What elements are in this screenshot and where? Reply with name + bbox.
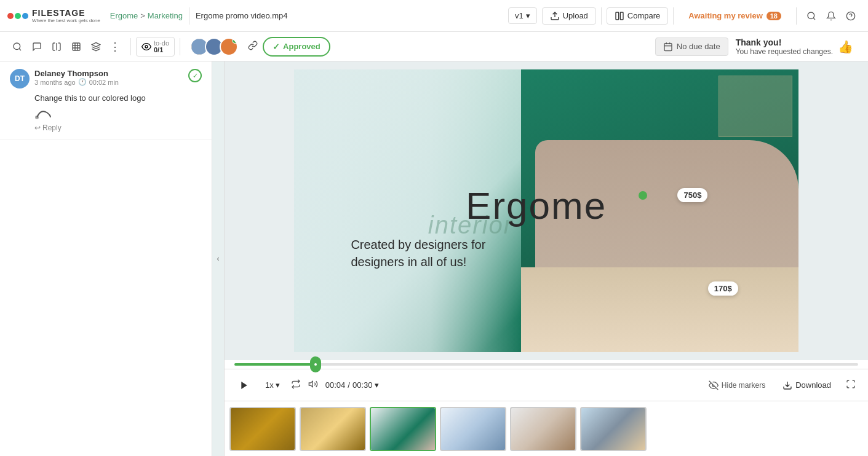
help-button[interactable] — [841, 6, 861, 26]
volume-button[interactable] — [308, 379, 318, 391]
svg-rect-0 — [616, 12, 619, 20]
thumbnail-5[interactable] — [510, 407, 576, 451]
comment-author: Delaney Thompson — [34, 69, 183, 78]
awaiting-review-label: Awaiting my review — [688, 11, 762, 20]
thumbnail-4[interactable] — [440, 407, 506, 451]
compare-button[interactable]: Compare — [607, 7, 668, 25]
comment-resolve-button[interactable]: ✓ — [188, 69, 202, 82]
logo-text: FILESTAGE Where the best work gets done — [32, 8, 100, 23]
comment-drawing — [34, 106, 202, 124]
loop-icon — [291, 379, 301, 389]
search-button[interactable] — [802, 6, 821, 26]
compare-tool-icon — [52, 42, 62, 52]
breadcrumb: Ergome > Marketing — [110, 11, 183, 20]
svg-point-2 — [808, 12, 814, 19]
logo: FILESTAGE Where the best work gets done — [7, 8, 100, 23]
hide-markers-button[interactable]: Hide markers — [704, 378, 770, 393]
calendar-icon — [663, 42, 673, 52]
views-button[interactable]: to-do 0/1 — [136, 37, 175, 57]
floor — [521, 267, 798, 352]
svg-rect-1 — [620, 12, 623, 20]
accent-dot — [639, 191, 647, 200]
awaiting-review[interactable]: Awaiting my review 18 — [688, 11, 781, 20]
loop-button[interactable] — [291, 379, 301, 391]
link-button[interactable] — [248, 41, 258, 53]
download-icon — [782, 380, 792, 390]
price-tag-170: 170$ — [708, 281, 738, 296]
thumbnail-3[interactable] — [370, 407, 436, 451]
dot-red — [7, 13, 14, 19]
online-indicator — [232, 37, 238, 44]
dot-blue — [22, 13, 28, 19]
no-due-date-label: No due date — [677, 42, 720, 51]
shelf — [719, 76, 792, 137]
thumbnail-1[interactable] — [229, 407, 296, 451]
svg-rect-5 — [73, 43, 80, 50]
thumbnail-2[interactable] — [300, 407, 366, 451]
progress-thumb[interactable] — [310, 356, 321, 372]
approved-button[interactable]: ✓ Approved — [263, 37, 330, 57]
link-icon — [248, 41, 258, 50]
video-frame: interior Ergome Created by designers for… — [225, 61, 868, 360]
comment-time-text: 3 months ago — [34, 79, 76, 86]
svg-point-4 — [14, 43, 20, 50]
dot-green — [15, 13, 21, 19]
avatar-3[interactable] — [220, 37, 238, 56]
frame-tool-button[interactable] — [66, 37, 86, 57]
layers-tool-button[interactable] — [86, 37, 106, 57]
thumbnail-3-image — [371, 408, 435, 450]
search-icon — [806, 11, 816, 21]
download-button[interactable]: Download — [778, 378, 836, 393]
top-navigation: FILESTAGE Where the best work gets done … — [0, 0, 868, 32]
video-content: interior Ergome Created by designers for… — [294, 69, 798, 352]
reply-label: Reply — [42, 124, 62, 132]
more-button[interactable]: ⋮ — [106, 37, 125, 57]
video-controls: 1x ▾ 00:04 / 00:30 ▾ Hide markers — [225, 369, 868, 401]
collapse-panel-button[interactable]: ‹ — [212, 61, 225, 456]
due-date-button[interactable]: No due date — [655, 37, 728, 56]
play-button[interactable] — [234, 375, 254, 395]
svg-rect-7 — [664, 43, 672, 50]
compare-tool-button[interactable] — [47, 37, 66, 57]
version-chevron: ▾ — [526, 11, 530, 20]
price-tag-750: 750$ — [677, 188, 707, 202]
subtitle-line-1: Created by designers for — [351, 236, 560, 253]
comment-item: DT Delaney Thompson 3 months ago 🕐 00:02… — [0, 61, 212, 140]
comments-panel: DT Delaney Thompson 3 months ago 🕐 00:02… — [0, 61, 212, 456]
reply-arrow: ↩ — [34, 124, 41, 132]
logo-dots — [7, 13, 28, 19]
reply-button[interactable]: ↩ Reply — [34, 124, 202, 132]
thumbnail-6[interactable] — [580, 407, 647, 451]
file-name: Ergome promo video.mp4 — [196, 11, 288, 20]
comment-tool-button[interactable] — [27, 37, 47, 57]
help-icon — [846, 11, 856, 21]
clock-icon: 🕐 — [78, 78, 87, 86]
fullscreen-button[interactable] — [843, 377, 858, 393]
breadcrumb-link[interactable]: Ergome — [110, 11, 138, 20]
speed-button[interactable]: 1x ▾ — [261, 379, 284, 391]
notifications-button[interactable] — [821, 6, 841, 26]
thank-you-text: Thank you! You have requested changes. — [736, 37, 833, 56]
toolbar: ⋮ to-do 0/1 ✓ Approved No due date Thank… — [0, 32, 868, 61]
logo-name: FILESTAGE — [32, 8, 100, 18]
thumbnails-bar — [225, 401, 868, 456]
version-button[interactable]: v1 ▾ — [508, 7, 537, 24]
todo-label: to-do — [154, 40, 169, 47]
progress-bar-area[interactable] — [225, 360, 868, 369]
compare-icon — [615, 11, 624, 21]
nav-divider-3 — [673, 7, 674, 25]
search-tool-button[interactable] — [7, 37, 27, 57]
thumbnail-5-image — [511, 408, 575, 450]
comment-header: DT Delaney Thompson 3 months ago 🕐 00:02… — [10, 69, 202, 88]
upload-label: Upload — [563, 11, 588, 20]
upload-button[interactable]: Upload — [542, 7, 596, 25]
drawing-icon — [34, 106, 53, 121]
thumb-dot — [314, 363, 317, 366]
thank-you-title: Thank you! — [736, 37, 833, 47]
volume-icon — [308, 379, 318, 389]
progress-track[interactable] — [234, 363, 858, 366]
toolbar-divider-2 — [180, 38, 180, 55]
frame-icon — [71, 42, 81, 52]
download-label: Download — [795, 380, 831, 390]
breadcrumb-separator: > — [140, 11, 145, 20]
